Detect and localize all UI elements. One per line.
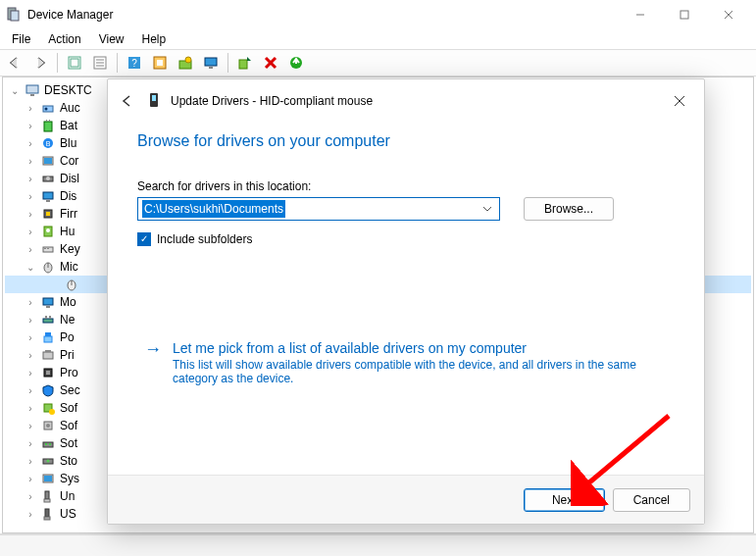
include-subfolders-checkbox[interactable]: ✓ [137,232,151,246]
update-driver-icon[interactable] [175,52,196,74]
dialog-back-button[interactable] [118,91,137,111]
menu-view[interactable]: View [91,30,132,48]
tree-item-label: Key [60,242,80,256]
tree-item-label: Sot [60,436,77,450]
title-bar: Device Manager [0,0,756,29]
mouse-icon [64,277,79,292]
chevron-icon[interactable]: › [25,191,36,202]
close-button[interactable] [706,1,750,28]
category-icon [40,259,56,275]
chevron-icon[interactable]: › [25,350,36,361]
svg-text:?: ? [131,58,137,69]
dialog-close-button[interactable] [665,86,694,116]
category-icon [40,241,56,257]
menu-help[interactable]: Help [134,30,175,48]
tree-item-label: Pri [60,348,75,362]
svg-rect-60 [46,371,50,375]
tree-item-label: Sto [60,454,77,468]
category-icon [40,312,56,328]
svg-point-62 [49,409,55,415]
location-combobox[interactable]: C:\Users\sukhi\Documents [137,197,500,221]
maximize-button[interactable] [662,1,706,28]
tree-item-label: Sof [60,401,77,415]
back-icon[interactable] [4,52,25,74]
chevron-icon[interactable]: › [25,385,36,396]
svg-rect-20 [239,60,247,69]
pick-driver-link[interactable]: → Let me pick from a list of available d… [137,334,675,391]
svg-rect-45 [47,248,49,249]
category-icon [40,488,56,504]
svg-rect-72 [45,491,49,499]
dialog-footer: Next Cancel [108,475,704,524]
tree-item-label: Auc [60,101,80,115]
menu-action[interactable]: Action [40,30,88,48]
chevron-icon[interactable]: › [25,421,36,431]
category-icon [40,400,56,416]
minimize-button[interactable] [618,1,662,28]
properties-icon[interactable] [89,52,111,74]
chevron-icon[interactable]: › [25,403,36,414]
chevron-icon[interactable]: › [25,297,36,308]
chevron-icon[interactable]: › [25,332,36,343]
tree-item-label: Pro [60,366,78,379]
cancel-button[interactable]: Cancel [613,488,690,512]
svg-rect-24 [26,85,38,93]
category-icon [40,188,56,204]
tree-item-label: Sof [60,419,77,432]
chevron-icon[interactable]: › [25,209,36,220]
chevron-icon[interactable]: › [25,103,36,114]
svg-point-66 [45,443,47,445]
help-icon[interactable]: ? [124,52,145,74]
chevron-down-icon[interactable]: ⌄ [9,85,21,96]
chevron-icon[interactable]: › [25,174,36,184]
monitor-icon[interactable] [200,52,222,74]
forward-icon[interactable] [29,52,51,74]
chevron-icon[interactable]: › [25,368,36,379]
tree-item-label: Po [60,330,75,344]
svg-rect-51 [46,306,50,308]
chevron-icon[interactable]: › [25,156,36,167]
svg-rect-3 [680,11,688,19]
next-button[interactable]: Next [524,488,605,512]
category-icon [40,453,56,469]
chevron-icon[interactable]: › [25,474,36,484]
category-icon [40,329,56,345]
include-subfolders-row[interactable]: ✓ Include subfolders [137,232,675,246]
svg-rect-1 [11,11,19,21]
chevron-icon[interactable]: › [25,456,36,467]
scan-icon[interactable] [149,52,171,74]
svg-rect-18 [205,58,217,66]
chevron-icon[interactable]: › [25,509,36,520]
chevron-icon[interactable]: › [25,227,36,237]
tree-item-label: Disl [60,172,79,185]
chevron-icon[interactable]: ⌄ [25,262,36,273]
tree-item-label: Mo [60,295,76,309]
pick-driver-title: Let me pick from a list of available dri… [173,340,643,356]
show-hidden-icon[interactable] [64,52,85,74]
browse-button[interactable]: Browse... [524,197,614,221]
svg-rect-28 [44,122,52,131]
svg-rect-40 [46,212,50,216]
disable-icon[interactable] [260,52,281,74]
svg-text:B: B [46,140,51,147]
chevron-icon[interactable]: › [25,438,36,449]
chevron-down-icon[interactable] [479,201,495,217]
chevron-icon[interactable]: › [25,121,36,131]
dialog-header: Update Drivers - HID-compliant mouse [108,79,704,123]
uninstall-icon[interactable] [234,52,256,74]
svg-rect-71 [44,476,52,481]
chevron-icon[interactable]: › [25,315,36,326]
category-icon [40,294,56,310]
category-icon [40,100,56,116]
svg-point-36 [46,177,50,180]
tree-item-label: Dis [60,189,76,203]
chevron-icon[interactable]: › [25,138,36,149]
chevron-icon[interactable]: › [25,244,36,255]
enable-icon[interactable] [285,52,307,74]
computer-icon [25,82,40,98]
tree-item-label: Sec [60,383,80,397]
menu-file[interactable]: File [4,30,38,48]
chevron-icon[interactable]: › [25,491,36,502]
svg-rect-56 [44,336,52,342]
svg-rect-77 [152,95,156,101]
